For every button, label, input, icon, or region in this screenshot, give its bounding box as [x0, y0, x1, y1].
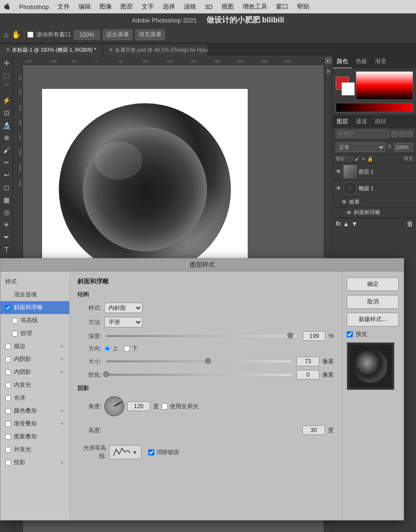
fit-screen-button[interactable]: 适合屏幕	[103, 29, 132, 40]
stroke-add-icon[interactable]: ＋	[59, 342, 65, 350]
layer-item-1[interactable]: 👁 图层 1	[333, 163, 416, 180]
blend-mode-select[interactable]: 正常	[336, 142, 385, 152]
layer-down-icon[interactable]: ▼	[351, 220, 358, 228]
depth-input[interactable]	[303, 331, 326, 341]
inner-shadow1-add-icon[interactable]: ＋	[59, 355, 65, 363]
style-item-outer-glow[interactable]: 外发光	[0, 443, 69, 456]
inner-shadow1-checkbox[interactable]	[5, 357, 11, 362]
lock-all-icon[interactable]: 🔒	[367, 156, 373, 162]
bevel-checkbox[interactable]	[5, 305, 11, 311]
move-tool[interactable]: ✛	[1, 57, 12, 69]
drop-shadow-add-icon[interactable]: ＋	[59, 458, 65, 467]
direction-down-label[interactable]: 下	[124, 345, 138, 353]
anti-alias-checkbox[interactable]	[148, 449, 154, 456]
color-gradient[interactable]	[356, 71, 413, 100]
direction-down-radio[interactable]	[124, 346, 130, 352]
soften-input[interactable]	[296, 370, 319, 380]
color-overlay-add-icon[interactable]: ＋	[59, 407, 65, 415]
drop-shadow-checkbox[interactable]	[5, 460, 11, 466]
anti-alias-label[interactable]: 消除锯齿	[148, 448, 179, 456]
global-light-label[interactable]: 使用全局光	[162, 402, 198, 411]
gloss-contour-picker[interactable]: ▼	[109, 445, 142, 459]
style-item-blend[interactable]: 混合选项	[0, 288, 69, 301]
lock-image-icon[interactable]: 🖌	[355, 156, 360, 162]
clone-tool[interactable]: ✂	[1, 157, 12, 168]
style-item-drop-shadow[interactable]: 投影 ＋	[0, 456, 69, 469]
pattern-overlay-checkbox[interactable]	[5, 434, 11, 440]
eye-icon-bevel[interactable]: 👁	[346, 209, 352, 216]
panel-collapse-btn[interactable]: ▸	[325, 57, 332, 64]
inner-shadow2-checkbox[interactable]	[5, 369, 11, 375]
style-select[interactable]: 内斜面	[104, 303, 142, 313]
new-style-button[interactable]: 新建样式...	[347, 313, 399, 326]
menu-text[interactable]: 文字	[138, 1, 158, 12]
gradient-overlay-add-icon[interactable]: ＋	[59, 420, 65, 428]
layer-filter-effect[interactable]	[406, 130, 413, 137]
inner-glow-checkbox[interactable]	[5, 382, 11, 388]
layer-item-effects[interactable]: 👁 效果	[333, 197, 416, 207]
gradient-overlay-checkbox[interactable]	[5, 421, 11, 427]
menu-view[interactable]: 视图	[218, 1, 238, 12]
layers-search[interactable]	[336, 130, 389, 138]
color-spectrum[interactable]	[336, 103, 413, 112]
eye-icon-1[interactable]: 👁	[336, 168, 341, 175]
global-light-checkbox[interactable]	[162, 403, 168, 410]
menu-image[interactable]: 图像	[96, 1, 116, 12]
history-brush[interactable]: ↩	[1, 169, 12, 181]
heal-tool[interactable]: ⊕	[1, 132, 12, 143]
menu-layer[interactable]: 图层	[117, 1, 137, 12]
style-item-bevel[interactable]: 斜面和浮雕	[0, 301, 69, 314]
eraser-tool[interactable]: ◻	[1, 182, 12, 193]
hand-tool[interactable]: ✋	[11, 30, 21, 39]
outer-glow-checkbox[interactable]	[5, 447, 11, 453]
brush-tool[interactable]: 🖌	[1, 144, 12, 156]
layer-filter-type[interactable]	[391, 130, 398, 137]
menu-window[interactable]: 窗口	[272, 1, 292, 12]
inner-shadow2-add-icon[interactable]: ＋	[59, 368, 65, 376]
altitude-input[interactable]	[302, 425, 325, 435]
tab-paths[interactable]: 路径	[371, 116, 390, 128]
layer-item-2[interactable]: 👁 椭圆 1	[333, 180, 416, 197]
tab-color[interactable]: 颜色	[333, 55, 352, 68]
method-select[interactable]: 平滑	[104, 317, 142, 327]
zoom-input[interactable]	[74, 30, 100, 40]
layer-item-bevel[interactable]: 👁 斜面和浮雕	[333, 207, 416, 218]
delete-layer-icon[interactable]: 🗑	[406, 220, 413, 228]
tab-2[interactable]: 金属字效.psd @ 46.5% (Design by Hyperpix, R.…	[115, 46, 208, 54]
eye-icon-2[interactable]: 👁	[336, 185, 341, 192]
menu-plugins[interactable]: 增效工具	[239, 1, 271, 12]
opacity-input[interactable]	[394, 143, 413, 152]
magic-wand-tool[interactable]: ⚡	[1, 95, 12, 106]
menu-file[interactable]: 文件	[54, 1, 74, 12]
eyedropper-tool[interactable]: 🔬	[1, 119, 12, 131]
size-slider[interactable]	[104, 360, 294, 362]
fill-screen-button[interactable]: 填充屏幕	[135, 29, 165, 40]
blur-tool[interactable]: ◎	[1, 206, 12, 218]
selection-tool[interactable]: ⬚	[1, 70, 12, 81]
preview-checkbox[interactable]	[347, 331, 353, 337]
style-item-color-overlay[interactable]: 颜色叠加 ＋	[0, 404, 69, 417]
angle-dial[interactable]	[104, 396, 124, 416]
size-input[interactable]	[296, 357, 319, 366]
home-icon[interactable]: ⌂	[4, 31, 9, 39]
layer-up-icon[interactable]: ▲	[343, 220, 350, 228]
tab-layers[interactable]: 图层	[333, 116, 352, 128]
style-item-texture[interactable]: 纹理	[0, 327, 69, 340]
soften-slider[interactable]	[104, 374, 294, 376]
altitude-slider[interactable]	[104, 420, 299, 440]
menu-filter[interactable]: 滤镜	[180, 1, 200, 12]
background-color[interactable]	[341, 82, 355, 96]
menu-select[interactable]: 选择	[159, 1, 179, 12]
satin-checkbox[interactable]	[5, 395, 11, 401]
texture-checkbox[interactable]	[12, 331, 18, 337]
direction-up-label[interactable]: 上	[104, 345, 118, 353]
style-item-inner-shadow2[interactable]: 内阴影 ＋	[0, 366, 69, 379]
stroke-checkbox[interactable]	[5, 344, 11, 349]
type-tool[interactable]: T	[1, 244, 12, 255]
style-item-inner-glow[interactable]: 内发光	[0, 379, 69, 391]
depth-slider[interactable]	[104, 335, 300, 337]
pen-tool[interactable]: ✒	[1, 231, 12, 243]
menu-3d[interactable]: 3D	[201, 2, 217, 11]
contour-checkbox[interactable]	[12, 318, 18, 324]
style-item-stroke[interactable]: 描边 ＋	[0, 340, 69, 353]
